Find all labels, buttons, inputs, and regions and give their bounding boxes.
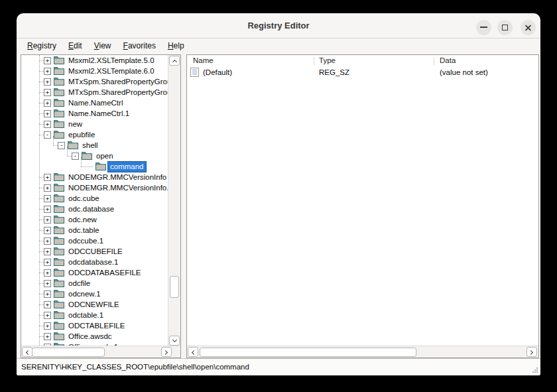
tree-item-label[interactable]: odctable.1	[66, 310, 105, 320]
list-horizontal-scrollbar[interactable]	[187, 346, 538, 358]
expand-icon[interactable]: +	[44, 206, 51, 213]
column-header-type[interactable]: Type	[319, 56, 336, 64]
tree-item-label[interactable]: shell	[80, 141, 100, 151]
tree-item-label[interactable]: Office.awsdc	[66, 332, 114, 342]
expand-icon[interactable]: +	[44, 301, 51, 308]
expand-icon[interactable]: +	[44, 333, 51, 340]
tree-item-odcnewfile[interactable]: +ODCNEWFILE	[21, 299, 168, 310]
tree-item-odccube-1[interactable]: +odccube.1	[21, 235, 168, 246]
tree-item-label[interactable]: ODCCUBEFILE	[66, 247, 125, 257]
tree-item-label[interactable]: epubfile	[66, 130, 97, 140]
menu-item-help[interactable]: Help	[162, 38, 190, 54]
tree-item-new[interactable]: +new	[21, 119, 168, 129]
expand-icon[interactable]: +	[44, 68, 51, 75]
menu-item-favorites[interactable]: Favorites	[117, 38, 162, 54]
expand-icon[interactable]: +	[44, 174, 51, 181]
expand-icon[interactable]: +	[44, 195, 51, 202]
tree-vertical-scrollbar[interactable]	[168, 55, 180, 346]
column-separator[interactable]	[434, 57, 434, 65]
menu-item-registry[interactable]: Registry	[21, 38, 62, 54]
tree-item-name-namectrl[interactable]: +Name.NameCtrl	[21, 98, 168, 108]
expand-icon[interactable]: +	[44, 312, 51, 319]
tree-item-open[interactable]: -open	[21, 151, 168, 161]
expand-icon[interactable]: +	[44, 89, 51, 96]
horizontal-scroll-thumb[interactable]	[32, 348, 105, 357]
tree-item-label[interactable]: odcfile	[66, 279, 92, 289]
vertical-scroll-thumb[interactable]	[170, 276, 179, 298]
tree-item-label[interactable]: odcdatabase.1	[66, 257, 120, 267]
tree-item-label[interactable]: odc.cube	[66, 194, 101, 204]
tree-item-label[interactable]: ODCTABLEFILE	[66, 321, 127, 331]
tree-item-odc-database[interactable]: +odc.database	[21, 204, 168, 214]
panel-splitter[interactable]	[181, 54, 186, 358]
tree-item-label[interactable]: MTxSpm.SharedPropertyGroupManager	[66, 77, 168, 87]
tree-item-label[interactable]: NODEMGR.MMCVersionInfo.1	[66, 183, 168, 193]
tree-item-odcnew-1[interactable]: +odcnew.1	[21, 289, 168, 299]
expand-icon[interactable]: +	[44, 344, 51, 346]
expand-icon[interactable]: +	[44, 227, 51, 234]
scroll-left-button[interactable]	[188, 347, 198, 357]
tree-item-nodemgr-mmcversioninfo[interactable]: +NODEMGR.MMCVersionInfo	[21, 172, 168, 182]
tree-item-command[interactable]: command	[21, 161, 168, 172]
tree-item-label[interactable]: odcnew.1	[66, 289, 103, 299]
tree-item-odcdatabase-1[interactable]: +odcdatabase.1	[21, 257, 168, 267]
expand-icon[interactable]: +	[44, 280, 51, 287]
tree-item-odccubefile[interactable]: +ODCCUBEFILE	[21, 246, 168, 257]
scroll-right-button[interactable]	[161, 347, 172, 357]
tree-item-msxml2-xsltemplate-6-0[interactable]: +Msxml2.XSLTemplate.6.0	[21, 66, 168, 76]
expand-icon[interactable]: +	[44, 237, 51, 245]
tree-item-label[interactable]: Name.NameCtrl.1	[66, 109, 131, 119]
tree-item-label[interactable]: Name.NameCtrl	[66, 98, 125, 108]
tree-item-label[interactable]: ODCDATABASEFILE	[66, 268, 143, 278]
expand-icon[interactable]: +	[44, 259, 51, 266]
tree-item-odctable-1[interactable]: +odctable.1	[21, 310, 168, 320]
tree-item-shell[interactable]: -shell	[21, 140, 168, 151]
tree-item-label[interactable]: open	[94, 151, 115, 161]
expand-icon[interactable]: +	[44, 291, 51, 298]
tree-item-epubfile[interactable]: -epubfile	[21, 129, 168, 140]
tree-item-label[interactable]: NODEMGR.MMCVersionInfo	[66, 172, 168, 182]
tree-item-label[interactable]: Msxml2.XSLTemplate.5.0	[66, 56, 156, 66]
expand-icon[interactable]: +	[44, 248, 51, 255]
expand-icon[interactable]: +	[44, 269, 51, 277]
collapse-icon[interactable]: -	[44, 131, 51, 139]
collapse-icon[interactable]: -	[72, 153, 79, 160]
expand-icon[interactable]: +	[44, 216, 51, 224]
list-row[interactable]: (Default)REG_SZ(value not set)	[187, 68, 538, 78]
tree-item-odc-new[interactable]: +odc.new	[21, 214, 168, 225]
expand-icon[interactable]: +	[44, 110, 51, 117]
scroll-down-button[interactable]	[169, 336, 180, 346]
tree-item-label[interactable]: odccube.1	[66, 236, 105, 246]
tree-item-label[interactable]: MTxSpm.SharedPropertyGroupManager.1	[66, 88, 168, 98]
tree-item-label[interactable]: odc.table	[66, 226, 101, 235]
expand-icon[interactable]: +	[44, 78, 51, 86]
column-header-name[interactable]: Name	[193, 56, 214, 64]
column-separator[interactable]	[314, 57, 314, 65]
tree-item-label[interactable]: command	[108, 162, 146, 172]
tree-item-mtxspm-sharedpropertygroupmanager-1[interactable]: +MTxSpm.SharedPropertyGroupManager.1	[21, 87, 168, 98]
tree-item-label[interactable]: odc.new	[66, 215, 99, 225]
resize-grip-icon[interactable]	[532, 367, 538, 373]
scroll-left-button[interactable]	[22, 347, 32, 357]
tree-item-odcdatabasefile[interactable]: +ODCDATABASEFILE	[21, 267, 168, 278]
tree-item-label[interactable]: Msxml2.XSLTemplate.6.0	[66, 66, 156, 76]
tree-item-name-namectrl-1[interactable]: +Name.NameCtrl.1	[21, 108, 168, 119]
tree-item-nodemgr-mmcversioninfo-1[interactable]: +NODEMGR.MMCVersionInfo.1	[21, 182, 168, 193]
expand-icon[interactable]: +	[44, 99, 51, 107]
tree-item-label[interactable]: odc.database	[66, 204, 116, 214]
expand-icon[interactable]: +	[44, 322, 51, 330]
collapse-icon[interactable]: -	[58, 142, 65, 149]
tree-item-mtxspm-sharedpropertygroupmanager[interactable]: +MTxSpm.SharedPropertyGroupManager	[21, 76, 168, 87]
tree-item-odcfile[interactable]: +odcfile	[21, 278, 168, 289]
tree-item-odctablefile[interactable]: +ODCTABLEFILE	[21, 320, 168, 331]
close-button[interactable]	[521, 20, 536, 35]
expand-icon[interactable]: +	[44, 121, 51, 128]
tree-item-label[interactable]: ODCNEWFILE	[66, 300, 121, 310]
menu-item-edit[interactable]: Edit	[62, 38, 88, 54]
maximize-button[interactable]	[497, 20, 513, 35]
tree-item-odc-table[interactable]: +odc.table	[21, 225, 168, 235]
titlebar[interactable]: Registry Editor	[17, 13, 540, 38]
scroll-up-button[interactable]	[169, 56, 180, 66]
tree-horizontal-scrollbar[interactable]	[21, 346, 180, 358]
tree-item-odc-cube[interactable]: +odc.cube	[21, 193, 168, 204]
